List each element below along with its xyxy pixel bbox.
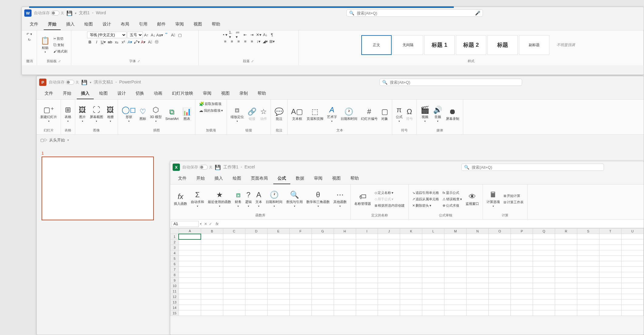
- style-标题 1[interactable]: 标题 1: [424, 35, 455, 55]
- font-launcher[interactable]: ⤢: [137, 59, 140, 63]
- char-border-button[interactable]: ▢: [177, 32, 183, 38]
- name-manager-button[interactable]: 🏷名称管理器: [353, 192, 372, 207]
- cell-O7[interactable]: [489, 267, 511, 272]
- col-header-Q[interactable]: Q: [533, 228, 555, 234]
- align-left-button[interactable]: ≡: [222, 38, 228, 44]
- cell-G4[interactable]: [312, 250, 334, 256]
- cell-U14[interactable]: [621, 305, 643, 310]
- cell-J6[interactable]: [378, 261, 400, 267]
- menu-布局[interactable]: 布局: [116, 19, 133, 30]
- row-header-4[interactable]: 4: [170, 250, 179, 256]
- cell-C5[interactable]: [223, 256, 245, 261]
- cell-J13[interactable]: [378, 299, 400, 305]
- cell-H11[interactable]: [334, 289, 356, 294]
- qat-dropdown[interactable]: ▾: [75, 12, 76, 15]
- cell-M11[interactable]: [444, 289, 467, 294]
- cell-F9[interactable]: [289, 278, 312, 283]
- cell-S5[interactable]: [577, 256, 599, 261]
- cell-C1[interactable]: [223, 234, 245, 239]
- cell-G14[interactable]: [312, 305, 334, 310]
- style-不明显强调[interactable]: 不明显强调: [551, 35, 581, 55]
- cell-C4[interactable]: [223, 250, 245, 256]
- cell-I12[interactable]: [356, 294, 378, 299]
- cell-L2[interactable]: [422, 239, 444, 245]
- cell-S13[interactable]: [577, 299, 599, 305]
- cell-I15[interactable]: [356, 310, 378, 316]
- cell-T13[interactable]: [599, 299, 621, 305]
- cell-K14[interactable]: [400, 305, 422, 310]
- menu-切换[interactable]: 切换: [131, 88, 148, 99]
- row-header-3[interactable]: 3: [170, 245, 179, 250]
- cell-P4[interactable]: [511, 250, 533, 256]
- cell-C13[interactable]: [223, 299, 245, 305]
- cell-K11[interactable]: [400, 289, 422, 294]
- cell-O13[interactable]: [489, 299, 511, 305]
- trace-precedents-button[interactable]: ↘ 追踪引用单元格: [411, 190, 440, 196]
- cell-T12[interactable]: [599, 294, 621, 299]
- equation-button[interactable]: π公式▾: [395, 105, 404, 123]
- cell-F12[interactable]: [289, 294, 312, 299]
- search-input[interactable]: [390, 80, 519, 85]
- cell-K12[interactable]: [400, 294, 422, 299]
- col-header-C[interactable]: C: [223, 228, 245, 234]
- cell-C12[interactable]: [223, 294, 245, 299]
- format-painter-button[interactable]: 🖌 格式刷: [52, 49, 69, 54]
- cell-B6[interactable]: [201, 261, 223, 267]
- cell-R5[interactable]: [555, 256, 577, 261]
- menu-审阅[interactable]: 审阅: [310, 173, 327, 184]
- cell-J9[interactable]: [378, 278, 400, 283]
- cell-F8[interactable]: [289, 272, 312, 278]
- justify-button[interactable]: ≡: [242, 38, 248, 44]
- cell-Q6[interactable]: [533, 261, 555, 267]
- cell-T3[interactable]: [599, 245, 621, 250]
- cell-K7[interactable]: [400, 267, 422, 272]
- cell-F7[interactable]: [289, 267, 312, 272]
- recent-fn-button[interactable]: ★最近使用的函数▾: [207, 190, 232, 208]
- cell-L4[interactable]: [422, 250, 444, 256]
- more-fn-button[interactable]: ⋯其他函数▾: [332, 190, 348, 208]
- style-副标题[interactable]: 副标题: [519, 35, 549, 55]
- cell-E10[interactable]: [267, 283, 289, 289]
- subscript-button[interactable]: x₂: [114, 39, 120, 45]
- cell-T8[interactable]: [599, 272, 621, 278]
- cell-A5[interactable]: [179, 256, 201, 261]
- row-header-14[interactable]: 14: [170, 305, 179, 310]
- album-button[interactable]: 🖼相册▾: [106, 105, 115, 123]
- col-header-L[interactable]: L: [422, 228, 444, 234]
- cell-H10[interactable]: [334, 283, 356, 289]
- cell-T14[interactable]: [599, 305, 621, 310]
- align-right-button[interactable]: ≡: [236, 38, 242, 44]
- cell-A7[interactable]: [179, 267, 201, 272]
- cell-J2[interactable]: [378, 239, 400, 245]
- font-color-button[interactable]: A▾: [140, 39, 147, 45]
- cell-P11[interactable]: [511, 289, 533, 294]
- cell-A12[interactable]: [179, 294, 201, 299]
- cell-C14[interactable]: [223, 305, 245, 310]
- italic-button[interactable]: I: [94, 39, 100, 45]
- from-beginning-button[interactable]: ▢▷ 从头开始: [40, 137, 65, 143]
- cell-M5[interactable]: [444, 256, 467, 261]
- cell-R7[interactable]: [555, 267, 577, 272]
- cell-T15[interactable]: [599, 310, 621, 316]
- cell-N15[interactable]: [467, 310, 489, 316]
- cell-N9[interactable]: [467, 278, 489, 283]
- financial-button[interactable]: ⧈财务▾: [234, 190, 243, 208]
- cell-F6[interactable]: [289, 261, 312, 267]
- cell-U9[interactable]: [621, 278, 643, 283]
- cell-G7[interactable]: [312, 267, 334, 272]
- cell-E9[interactable]: [267, 278, 289, 283]
- cell-K2[interactable]: [400, 239, 422, 245]
- cell-L6[interactable]: [422, 261, 444, 267]
- cell-I6[interactable]: [356, 261, 378, 267]
- col-header-I[interactable]: I: [356, 228, 378, 234]
- comment-button[interactable]: 💬批注: [273, 107, 285, 122]
- menu-开始[interactable]: 开始: [44, 19, 61, 30]
- cell-J1[interactable]: [378, 234, 400, 239]
- cell-S7[interactable]: [577, 267, 599, 272]
- cell-N12[interactable]: [467, 294, 489, 299]
- font-name-select[interactable]: 等线 (中文正文): [87, 32, 126, 38]
- cell-N2[interactable]: [467, 239, 489, 245]
- cell-L1[interactable]: [422, 234, 444, 239]
- cell-B13[interactable]: [201, 299, 223, 305]
- row-header-13[interactable]: 13: [170, 299, 179, 305]
